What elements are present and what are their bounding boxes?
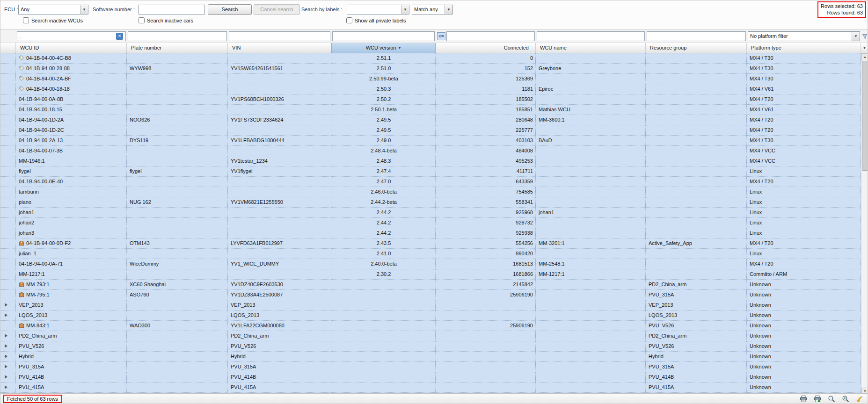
cell-vin: Hybrid — [228, 352, 331, 362]
wcu-name-filter-input[interactable] — [537, 31, 645, 41]
cell-connected — [436, 362, 536, 372]
connected-filter-input[interactable] — [446, 31, 535, 41]
column-header-wcu-id[interactable]: WCU ID — [16, 43, 127, 53]
expand-arrow-icon[interactable] — [5, 354, 7, 358]
cell-wcu-name: Greybone — [536, 64, 646, 74]
cell-plate-number — [127, 208, 228, 218]
cell-platform-type: Unknown — [747, 341, 861, 352]
table-row[interactable]: 04-1B-94-00-18-152.50.1-beta185851Mathia… — [0, 105, 861, 115]
cell-wcu-version: 2.50.2 — [331, 94, 436, 105]
column-menu-button[interactable]: ▾ — [861, 43, 868, 53]
wcu-id-filter-input[interactable] — [17, 31, 126, 41]
table-row[interactable]: 04-1B-94-00-07-3B2.48.4-beta484008MX4 / … — [0, 146, 861, 156]
filter-funnel-icon[interactable] — [861, 30, 868, 43]
print-export-icon[interactable] — [814, 395, 821, 403]
scrollbar-thumb[interactable] — [862, 61, 868, 171]
platform-filter-select[interactable]: No platform filter ▾ — [748, 31, 860, 41]
table-row[interactable]: MM-1946:1YV1testar_12342.48.3495253MX4 /… — [0, 156, 861, 166]
table-row[interactable]: johan12.44.2925968johan1Linux — [0, 208, 861, 218]
column-header-plate-number[interactable]: Plate number — [127, 43, 228, 53]
software-number-input[interactable] — [139, 5, 205, 14]
checkbox-box[interactable] — [139, 17, 145, 23]
table-row[interactable]: PVU_415APVU_415APVU_415AUnknown — [0, 382, 861, 393]
search-button[interactable]: Search — [208, 4, 252, 15]
expand-arrow-icon[interactable] — [5, 334, 7, 338]
table-row[interactable]: LQOS_2013LQOS_2013LQOS_2013Unknown — [0, 310, 861, 321]
expand-arrow-icon[interactable] — [5, 313, 7, 317]
table-row[interactable]: 04-1B-94-00-1D-2C2.49.5225777MX4 / T20 — [0, 125, 861, 136]
cell-wcu-version: 2.30.2 — [331, 269, 436, 280]
column-header-wcu-name[interactable]: WCU name — [536, 43, 646, 53]
table-row[interactable]: PVU_414BPVU_414BPVU_414BUnknown — [0, 372, 861, 382]
vin-filter-input[interactable] — [229, 31, 330, 41]
table-row[interactable]: pianoNUG 162YV1VM6821E12555502.44.2-beta… — [0, 197, 861, 208]
table-row[interactable]: MM-1217:12.30.21681866MM-1217:1Committo … — [0, 269, 861, 280]
table-row[interactable]: johan22.44.2928732Linux — [0, 218, 861, 228]
cell-resource-group — [646, 269, 747, 280]
labels-select[interactable]: ▾ — [347, 5, 409, 14]
zoom-in-icon[interactable] — [842, 395, 849, 403]
table-row[interactable]: 04-1B-94-00-0A-8BYV1PS68BCH10003262.50.2… — [0, 94, 861, 105]
expand-arrow-icon[interactable] — [5, 303, 7, 307]
table-row[interactable]: tamburin2.46.0-beta754585Linux — [0, 187, 861, 197]
expand-arrow-icon[interactable] — [5, 344, 7, 348]
cell-resource-group: PVU_315A — [646, 290, 747, 300]
cell-wcu-id: 04-1B-94-00-0D-F2 — [16, 238, 127, 249]
table-row[interactable]: 04-1B-94-00-0D-F2OTM143LYVFD63A1FB012997… — [0, 238, 861, 249]
plate-number-filter-input[interactable] — [128, 31, 227, 41]
resource-group-filter-input[interactable] — [647, 31, 746, 41]
show-private-labels-checkbox[interactable]: Show all private labels — [346, 17, 406, 23]
table-row[interactable]: MM-843:1WAO300YV1LFA22CGM00008025906190P… — [0, 321, 861, 331]
ecu-select[interactable]: Any ▾ — [18, 5, 88, 14]
column-header-wcu-version[interactable]: WCU version▼ — [331, 43, 436, 53]
scroll-up-button[interactable]: ▲ — [861, 53, 868, 60]
table-row[interactable]: flygelflygelYV1flygel2.47.4411711Linux — [0, 166, 861, 177]
cell-wcu-id: piano — [16, 197, 127, 208]
column-header-vin[interactable]: VIN — [228, 43, 331, 53]
column-header-platform-type[interactable]: Platform type — [747, 43, 861, 53]
checkbox-box[interactable] — [346, 17, 352, 23]
cell-vin: YV1LFBABDG1000444 — [228, 136, 331, 146]
expand-arrow-icon[interactable] — [5, 375, 7, 379]
match-mode-select[interactable]: Match any ▾ — [412, 5, 453, 14]
table-row[interactable]: 04-1B-94-00-18-182.50.31181EpirocMX4 / V… — [0, 84, 861, 94]
row-expand-cell — [0, 238, 16, 249]
print-icon[interactable] — [800, 395, 807, 403]
cell-resource-group — [646, 105, 747, 115]
expand-arrow-icon[interactable] — [5, 385, 7, 389]
wcu-version-filter-input[interactable] — [332, 31, 435, 41]
search-inactive-cars-checkbox[interactable]: Search inactive cars — [139, 17, 193, 23]
expand-arrow-icon[interactable] — [5, 365, 7, 368]
column-header-connected[interactable]: Connected — [436, 43, 536, 53]
table-row[interactable]: PVU_V526PVU_V526PVU_V526Unknown — [0, 341, 861, 352]
table-row[interactable]: HybridHybridHybridUnknown — [0, 352, 861, 362]
table-row[interactable]: MM-795:1ASO760YV1DZ83A4E250008725906190P… — [0, 290, 861, 300]
orange-marker-icon[interactable] — [856, 395, 863, 403]
lte-operator-button[interactable]: <= — [437, 32, 445, 40]
table-row[interactable]: VEP_2013VEP_2013VEP_2013Unknown — [0, 300, 861, 310]
checkbox-box[interactable] — [23, 17, 29, 23]
table-row[interactable]: MM-793:1XC60 ShanghaiYV1DZ40C9E260353021… — [0, 280, 861, 290]
table-row[interactable]: 04-1B-94-00-2A-BF2.50.99-beta125369MX4 /… — [0, 74, 861, 84]
clear-filter-icon[interactable]: ✕ — [116, 33, 123, 40]
vertical-scrollbar[interactable]: ▲ ▼ — [861, 53, 868, 395]
table-row[interactable]: PVU_315APVU_315APVU_315AUnknown — [0, 362, 861, 372]
cell-wcu-name: BAuD — [536, 136, 646, 146]
table-row[interactable]: 04-1B-94-00-2A-13DYS119YV1LFBABDG1000444… — [0, 136, 861, 146]
cell-resource-group — [646, 208, 747, 218]
cell-wcu-version: 2.49.5 — [331, 115, 436, 125]
table-row[interactable]: 04-1B-94-00-0E-402.47.0643359MX4 / T20 — [0, 177, 861, 187]
table-row[interactable]: johan32.44.2925938Linux — [0, 228, 861, 238]
column-header-resource-group[interactable]: Resource group — [646, 43, 747, 53]
cell-connected: 280648 — [436, 115, 536, 125]
table-row[interactable]: PD2_China_armPD2_China_armPD2_China_armU… — [0, 331, 861, 341]
table-row[interactable]: 04-1B-94-00-28-88WYW998YV1SW654261541561… — [0, 64, 861, 74]
search-inactive-wcus-checkbox[interactable]: Search inactive WCUs — [23, 17, 83, 23]
row-expand-cell — [0, 136, 16, 146]
cancel-search-button[interactable]: Cancel search — [254, 4, 300, 15]
table-row[interactable]: 04-1B-94-00-1D-2ANOO626YV1FS73CDF2334624… — [0, 115, 861, 125]
table-row[interactable]: julian_12.41.0990420Linux — [0, 249, 861, 259]
search-icon[interactable] — [828, 395, 835, 403]
table-row[interactable]: 04-1B-94-00-4C-B82.51.10MX4 / T30 — [0, 53, 861, 64]
table-row[interactable]: 04-1B-94-00-0A-71WiceDummyYV1_WICE_DUMMY… — [0, 259, 861, 269]
